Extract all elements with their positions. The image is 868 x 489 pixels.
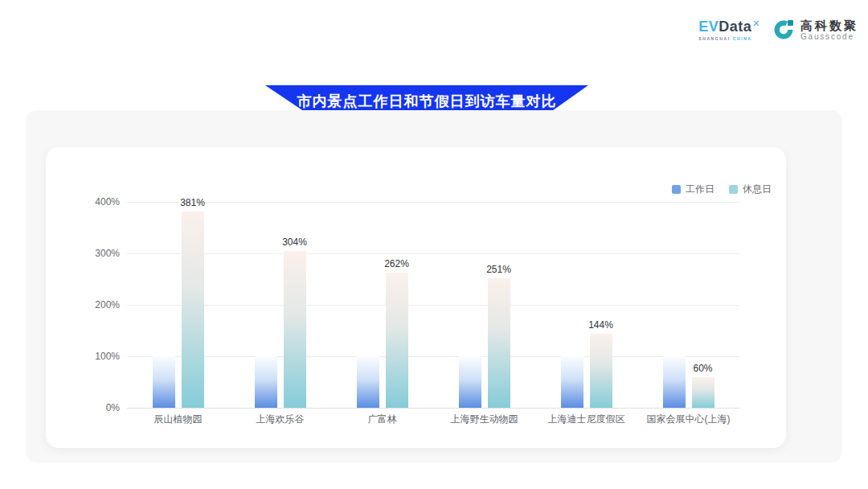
x-category-label: 国家会展中心(上海) (647, 413, 731, 426)
bar-value-label: 304% (282, 236, 307, 248)
chart-legend: 工作日休息日 (672, 183, 772, 196)
legend-swatch (672, 185, 681, 194)
legend-label: 休息日 (743, 183, 772, 196)
bar-workday (663, 356, 686, 408)
gausscode-cn-text: 高科数聚 (800, 18, 858, 32)
x-category-label: 上海野生动物园 (451, 413, 518, 426)
bar-value-label: 60% (693, 363, 712, 374)
bar-group: 262%广富林 (331, 202, 433, 408)
bar-workday (153, 356, 175, 408)
gausscode-en-text: Gausscode (800, 32, 858, 42)
bar-workday (561, 356, 583, 408)
header-logos: EVData✕ SHANGHAI CHINA 高科数聚 Gausscode (698, 18, 858, 42)
bar-group: 144%上海迪士尼度假区 (535, 202, 637, 408)
bar-group: 251%上海野生动物园 (433, 202, 535, 408)
bar-restday (284, 251, 306, 408)
bar-value-label: 144% (588, 319, 613, 331)
x-category-label: 辰山植物园 (154, 413, 203, 426)
bar-restday (182, 212, 204, 408)
bar-workday (459, 356, 481, 408)
y-tick-label: 300% (68, 248, 120, 259)
bar-group: 304%上海欢乐谷 (229, 202, 331, 408)
legend-label: 工作日 (686, 183, 714, 196)
bar-value-label: 262% (384, 258, 409, 269)
x-category-label: 上海欢乐谷 (256, 413, 305, 426)
bar-restday (590, 334, 612, 408)
y-tick-label: 100% (68, 351, 120, 362)
evdata-x-icon: ✕ (752, 18, 760, 28)
y-tick-label: 0% (68, 402, 120, 413)
chart-title: 市内景点工作日和节假日到访车量对比 (297, 90, 557, 111)
gausscode-logo: 高科数聚 Gausscode (772, 18, 858, 42)
bar-groups: 381%辰山植物园304%上海欢乐谷262%广富林251%上海野生动物园144%… (127, 202, 739, 408)
bar-group: 381%辰山植物园 (127, 202, 229, 408)
legend-item-restday[interactable]: 休息日 (729, 183, 772, 196)
evdata-data-text: Data (719, 18, 751, 35)
plot-area: 381%辰山植物园304%上海欢乐谷262%广富林251%上海野生动物园144%… (127, 202, 739, 408)
legend-item-workday[interactable]: 工作日 (672, 183, 714, 196)
bar-group: 60%国家会展中心(上海) (637, 202, 739, 408)
bar-workday (255, 356, 277, 408)
evdata-subtext: SHANGHAI CHINA (698, 36, 751, 41)
bar-restday (386, 273, 408, 408)
legend-swatch (729, 185, 738, 194)
bar-value-label: 381% (180, 197, 205, 208)
bar-workday (357, 356, 379, 408)
bar-value-label: 251% (486, 264, 511, 275)
y-tick-label: 400% (68, 196, 120, 208)
gausscode-wordmark: 高科数聚 Gausscode (800, 18, 858, 42)
x-axis-line (127, 408, 739, 409)
x-category-label: 广富林 (368, 413, 397, 426)
x-category-label: 上海迪士尼度假区 (548, 413, 625, 426)
y-tick-label: 200% (68, 299, 120, 310)
evdata-wordmark: EVData✕ (698, 18, 760, 35)
page: EVData✕ SHANGHAI CHINA 高科数聚 Gausscode 市 (0, 0, 868, 489)
evdata-logo: EVData✕ SHANGHAI CHINA (698, 18, 760, 41)
gausscode-g-icon (772, 18, 796, 42)
y-axis-labels: 0%100%200%300%400% (68, 202, 120, 408)
bar-restday (488, 278, 510, 408)
bar-restday (692, 377, 714, 408)
evdata-ev-text: EV (698, 18, 719, 35)
chart-card: 工作日休息日 0%100%200%300%400% 381%辰山植物园304%上… (46, 147, 786, 448)
